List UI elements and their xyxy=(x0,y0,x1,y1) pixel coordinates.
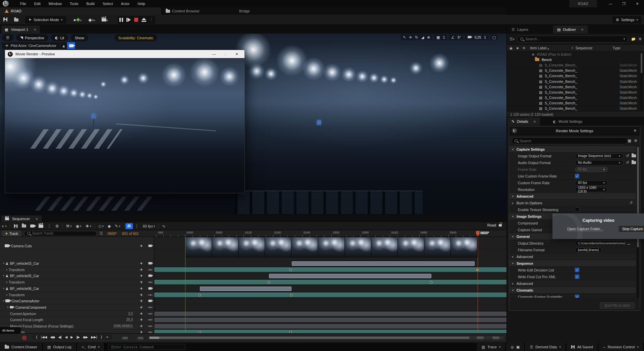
loop-mode-icon[interactable]: → xyxy=(106,335,108,339)
preview-titlebar[interactable]: U Movie Render - Preview — □ ✕ xyxy=(5,50,245,58)
step-back-icon[interactable]: ◀| xyxy=(58,335,62,339)
menu-file[interactable]: File xyxy=(16,1,30,7)
outliner-row[interactable]: ▧S_Concrete_Bench_StaticMesh xyxy=(507,79,644,84)
add-section-icon[interactable]: + xyxy=(140,267,143,272)
favorite-column-icon[interactable]: ★ xyxy=(516,46,519,50)
camera-count-value[interactable]: 1 xyxy=(484,36,486,39)
content-drawer-icon[interactable] xyxy=(11,17,22,22)
keyframe-dot[interactable] xyxy=(199,294,201,296)
unlocked-icon[interactable] xyxy=(499,224,502,227)
outliner-row[interactable]: ▧S_Concrete_Bench_StaticMesh xyxy=(507,90,644,95)
search-tracks-input[interactable]: Search Tracks xyxy=(24,231,97,236)
camera-cut-thumbnail[interactable] xyxy=(265,237,291,257)
tab-layers[interactable]: ☰ Layers xyxy=(507,26,532,34)
tab-outliner[interactable]: ▤ Outliner ✕ xyxy=(553,26,588,34)
column-type[interactable]: Type xyxy=(613,46,621,50)
setting-row-cinematic-engine-scalability[interactable]: Cinematic Engine Scalability✓ xyxy=(509,294,636,298)
settings-gear-icon[interactable]: ⚙ xyxy=(634,139,637,143)
menu-tools[interactable]: Tools xyxy=(66,1,83,7)
setting-dropdown[interactable]: No Audio▾ xyxy=(575,160,623,165)
visibility-column-icon[interactable]: ◉ xyxy=(509,46,513,50)
track-row-transform[interactable]: ▸Transform+◂▪▸ xyxy=(0,329,154,333)
keyframe-dot[interactable] xyxy=(290,294,292,296)
add-actor-icon[interactable]: ●✚▾ xyxy=(70,17,85,22)
maximize-viewport-icon[interactable]: ▢ xyxy=(492,35,496,40)
camera-cut-thumbnail[interactable] xyxy=(291,237,318,257)
track-row-bp-vehicle03-car[interactable]: ▾♟BP_vehicle03_Car+ xyxy=(0,260,154,267)
next-key-icon[interactable]: ◆▶ xyxy=(83,335,88,339)
viewport-options-menu[interactable]: ☰ xyxy=(2,34,13,41)
settings-section-advanced[interactable]: ▾Advanced xyxy=(509,193,636,200)
setting-row-resolution[interactable]: Resolution1920 x 1080 (16:9)▾ xyxy=(509,186,636,193)
close-icon[interactable]: ✕ xyxy=(581,28,584,32)
tab-sequencer[interactable]: Sequencer ✕ xyxy=(1,215,42,222)
disclosure-caret-icon[interactable]: ▸ xyxy=(509,201,517,205)
setting-row-use-custom-frame-rate[interactable]: Use Custom Frame Rate✓ xyxy=(509,173,636,180)
setting-checkbox[interactable]: ✓ xyxy=(575,268,579,272)
timeline-row[interactable] xyxy=(154,298,506,304)
camera-cut-thumbnail[interactable] xyxy=(212,237,238,257)
playhead-marker[interactable] xyxy=(476,231,480,236)
transform-lane[interactable] xyxy=(154,280,506,285)
track-filter-icon[interactable]: ☰ xyxy=(100,231,103,236)
add-section-icon[interactable]: + xyxy=(140,273,143,278)
more-button[interactable]: ... xyxy=(627,241,630,245)
grid-snap-icon[interactable]: ▦ xyxy=(436,35,440,40)
jump-end-icon[interactable]: } xyxy=(100,335,102,339)
add-section-icon[interactable]: + xyxy=(140,305,143,309)
menu-select[interactable]: Select xyxy=(99,1,117,7)
frame-skip-icon[interactable] xyxy=(126,18,131,22)
menu-help[interactable]: Help xyxy=(133,1,149,7)
edit-mode-icon[interactable]: ✎▾ xyxy=(113,224,122,229)
outliner-scrollbar[interactable] xyxy=(640,52,643,111)
menu-build[interactable]: Build xyxy=(83,1,99,7)
close-icon[interactable]: ✕ xyxy=(35,217,38,221)
key-nav-icons[interactable]: ◂▪▸ xyxy=(148,324,153,328)
camera-cut-thumbnail[interactable] xyxy=(451,237,477,257)
expander-icon[interactable]: ▾ xyxy=(2,299,5,302)
play-forward-icon[interactable]: ▶ xyxy=(70,335,73,339)
expander-icon[interactable]: ▾ xyxy=(6,306,9,309)
stop-capture-button[interactable]: Stop Capture xyxy=(618,225,644,233)
world-dropdown-icon[interactable]: ◐▾ xyxy=(0,224,9,229)
timeline-scrollbar[interactable] xyxy=(149,336,504,339)
section-bar[interactable] xyxy=(269,274,431,278)
playback-options-icon[interactable]: ❖▾ xyxy=(84,224,93,229)
outliner-row[interactable]: ▧S_Concrete_Bench_StaticMesh xyxy=(507,62,644,68)
transform-lane[interactable] xyxy=(154,293,506,297)
camera-view-toggle[interactable] xyxy=(67,42,75,49)
restore-icon[interactable]: ❐ xyxy=(617,0,631,7)
track-row-transform[interactable]: ▸Transform+◂▪▸ xyxy=(0,292,154,298)
camera-cut-thumbnail[interactable] xyxy=(424,237,451,257)
section-bar[interactable] xyxy=(200,287,291,291)
unreal-logo-icon[interactable]: U xyxy=(3,1,9,7)
track-row-bp-vehicle06-car[interactable]: ▾♟BP_vehicle06_Car+ xyxy=(0,286,154,292)
camera-speed-value[interactable]: 0,25 xyxy=(475,36,481,39)
outliner-row[interactable]: ▧S_Concrete_Bench_StaticMesh xyxy=(507,68,644,73)
track-value[interactable]: 2096,455811 xyxy=(113,324,133,328)
outliner-row[interactable]: ▧S_Concrete_Bench_StaticMesh xyxy=(507,84,644,90)
expander-icon[interactable]: ▾ xyxy=(2,262,5,265)
cinematics-icon[interactable]: ▾ xyxy=(98,17,111,22)
tab-world-settings[interactable]: ◐ World Settings xyxy=(549,117,586,126)
add-section-icon[interactable]: + xyxy=(140,317,143,322)
derived-data-dropdown[interactable]: ☰ Derived Data▾ xyxy=(525,343,566,351)
create-camera-icon[interactable] xyxy=(28,224,37,228)
outliner-row[interactable]: ▧S_Concrete_Bench_StaticMesh xyxy=(507,106,644,111)
disclosure-caret-icon[interactable]: ▾ xyxy=(509,235,517,238)
setting-checkbox[interactable]: ✓ xyxy=(575,274,579,279)
menu-actor[interactable]: Actor xyxy=(117,1,134,7)
column-item-label[interactable]: Item Label ▴ xyxy=(530,46,549,50)
add-section-icon[interactable]: + xyxy=(140,286,143,291)
track-value[interactable]: 3,0 xyxy=(128,312,133,316)
timeline-row[interactable] xyxy=(154,304,506,311)
track-row-manual-focus-distance-focus-settings-[interactable]: Manual Focus Distance (Focus Settings)20… xyxy=(0,323,154,330)
setting-text-input[interactable]: {world}.{frame} xyxy=(575,247,602,253)
render-movie-icon[interactable] xyxy=(37,224,45,228)
pause-icon[interactable] xyxy=(119,18,123,22)
camera-cuts-filmstrip[interactable] xyxy=(185,237,478,257)
section-bar[interactable] xyxy=(292,261,475,266)
working-range-end[interactable]: 0660 xyxy=(492,336,499,340)
keyframe-dot[interactable] xyxy=(430,281,432,284)
pilot-actor-label-box[interactable]: ✛ Pilot Actor: CineCameraActor xyxy=(2,42,60,49)
